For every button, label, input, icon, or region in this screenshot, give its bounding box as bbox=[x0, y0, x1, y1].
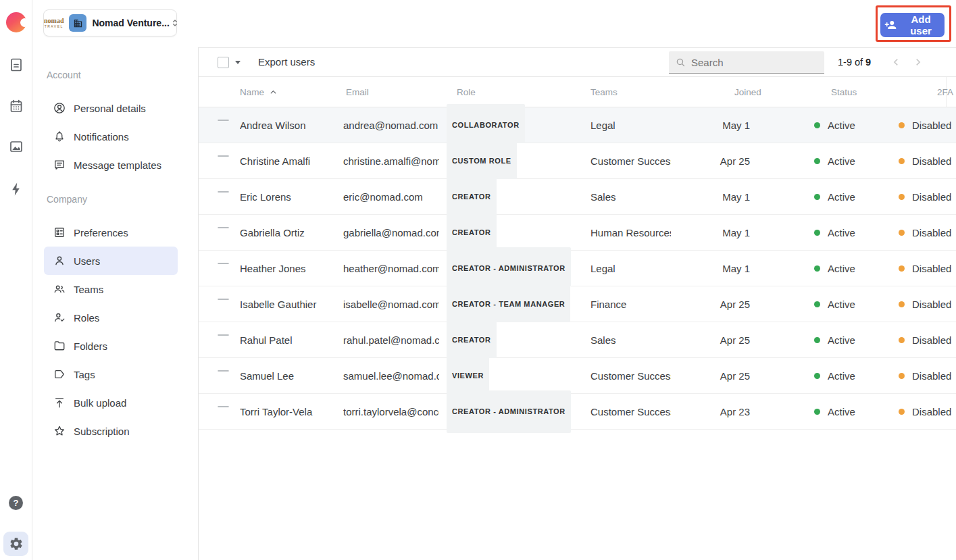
row-checkbox[interactable] bbox=[218, 191, 229, 193]
cell-role: CUSTOM ROLE bbox=[447, 143, 517, 179]
cell-joined: May 1 bbox=[682, 251, 750, 286]
row-checkbox[interactable] bbox=[218, 406, 229, 407]
sidebar-item-roles[interactable]: Roles bbox=[44, 303, 178, 332]
cell-email: rahul.patel@nomad.com bbox=[343, 322, 439, 358]
cell-2fa: Disabled bbox=[899, 215, 951, 251]
add-user-button[interactable]: Add user bbox=[880, 13, 945, 37]
table-row[interactable]: Andrea Wilsonandrea@nomad.comCOLLABORATO… bbox=[199, 107, 956, 143]
row-checkbox[interactable] bbox=[218, 263, 229, 264]
status-label: Active bbox=[828, 394, 855, 430]
cell-role: VIEWER bbox=[447, 358, 489, 394]
sidebar-item-folders[interactable]: Folders bbox=[44, 332, 178, 360]
chat-icon bbox=[53, 158, 66, 172]
twofa-label: Disabled bbox=[912, 215, 951, 251]
sidebar-item-label: Folders bbox=[74, 340, 107, 352]
export-users-button[interactable]: Export users bbox=[258, 48, 315, 76]
twofa-label: Disabled bbox=[912, 107, 951, 143]
cell-status: Active bbox=[814, 358, 855, 394]
sidebar-item-preferences[interactable]: Preferences bbox=[44, 218, 178, 247]
column-header-name[interactable]: Name bbox=[240, 77, 278, 107]
cell-status: Active bbox=[814, 107, 855, 143]
calendar-icon[interactable] bbox=[8, 98, 24, 114]
cell-joined: Apr 25 bbox=[682, 322, 750, 358]
column-header-email[interactable]: Email bbox=[346, 77, 369, 107]
table-row[interactable]: Samuel Leesamuel.lee@nomad.comVIEWERCust… bbox=[199, 358, 956, 394]
cell-status: Active bbox=[814, 322, 855, 358]
person-check-icon bbox=[53, 311, 66, 324]
table-row[interactable]: Isabelle Gauthierisabelle@nomad.comCREAT… bbox=[199, 286, 956, 322]
cell-joined: Apr 25 bbox=[682, 358, 750, 394]
previous-page-icon[interactable] bbox=[889, 55, 903, 69]
row-checkbox[interactable] bbox=[218, 334, 229, 336]
cell-email: gabriella@nomad.com bbox=[343, 215, 439, 251]
sidebar-item-subscription[interactable]: Subscription bbox=[44, 417, 178, 445]
cell-name: Isabelle Gauthier bbox=[240, 286, 341, 322]
table-row[interactable]: Christine Amalfichristine.amalfi@nomad.c… bbox=[199, 143, 956, 179]
sidebar-item-bulk-upload[interactable]: Bulk upload bbox=[44, 388, 178, 417]
cell-role: CREATOR bbox=[447, 215, 497, 251]
workspace-selector[interactable]: nomad TRAVEL Nomad Venture... bbox=[43, 9, 177, 36]
twofa-disabled-dot bbox=[899, 337, 905, 343]
cell-name: Rahul Patel bbox=[240, 322, 341, 358]
twofa-disabled-dot bbox=[899, 265, 905, 272]
status-label: Active bbox=[828, 358, 855, 394]
table-row[interactable]: Torri Taylor-Velatorri.taylorvela@concor… bbox=[199, 394, 956, 430]
cell-teams: Sales bbox=[590, 322, 671, 358]
search-input[interactable] bbox=[669, 51, 824, 74]
column-header-status[interactable]: Status bbox=[831, 77, 857, 107]
select-dropdown-caret-icon[interactable] bbox=[235, 61, 241, 64]
role-badge: CREATOR - ADMINISTRATOR bbox=[447, 390, 571, 433]
row-checkbox[interactable] bbox=[218, 120, 229, 121]
row-checkbox[interactable] bbox=[218, 155, 229, 157]
sidebar-item-teams[interactable]: Teams bbox=[44, 275, 178, 303]
cell-teams: Legal bbox=[590, 107, 671, 143]
tag-icon bbox=[53, 367, 66, 381]
cell-teams: Customer Success bbox=[590, 143, 671, 179]
group-icon bbox=[53, 282, 66, 296]
column-header-role[interactable]: Role bbox=[457, 77, 476, 107]
next-page-icon[interactable] bbox=[911, 55, 925, 69]
cell-role: CREATOR bbox=[447, 322, 497, 358]
bolt-icon[interactable] bbox=[8, 181, 24, 197]
sidebar-item-label: Bulk upload bbox=[74, 397, 126, 409]
status-label: Active bbox=[828, 143, 855, 179]
column-header-2fa[interactable]: 2FA bbox=[937, 77, 953, 107]
image-icon[interactable] bbox=[8, 138, 24, 155]
column-header-joined[interactable]: Joined bbox=[734, 77, 761, 107]
sidebar-item-label: Notifications bbox=[74, 131, 129, 143]
cell-email: heather@nomad.com bbox=[343, 251, 439, 286]
column-header-teams[interactable]: Teams bbox=[590, 77, 618, 107]
help-icon[interactable]: ? bbox=[9, 496, 23, 510]
sidebar-item-tags[interactable]: Tags bbox=[44, 360, 178, 388]
sidebar-item-message-templates[interactable]: Message templates bbox=[44, 151, 178, 179]
cell-email: christine.amalfi@nomad.com bbox=[343, 143, 439, 179]
row-checkbox[interactable] bbox=[218, 227, 229, 228]
cell-name: Andrea Wilson bbox=[240, 107, 341, 143]
cell-email: torri.taylorvela@concor bbox=[343, 394, 439, 430]
row-checkbox[interactable] bbox=[218, 299, 229, 300]
cell-joined: Apr 23 bbox=[682, 394, 750, 430]
twofa-label: Disabled bbox=[912, 394, 951, 430]
section-label-account: Account bbox=[47, 70, 198, 81]
twofa-label: Disabled bbox=[912, 251, 951, 286]
table-row[interactable]: Heather Jonesheather@nomad.comCREATOR - … bbox=[199, 251, 956, 286]
twofa-disabled-dot bbox=[899, 230, 905, 236]
document-icon[interactable] bbox=[8, 57, 24, 73]
select-all-checkbox[interactable] bbox=[218, 57, 229, 68]
status-active-dot bbox=[814, 265, 820, 272]
table-row[interactable]: Eric Lorenseric@nomad.comCREATORSalesMay… bbox=[199, 179, 956, 215]
workspace-name: Nomad Venture... bbox=[92, 18, 169, 28]
sidebar-item-notifications[interactable]: Notifications bbox=[44, 122, 178, 151]
table-row[interactable]: Rahul Patelrahul.patel@nomad.comCREATORS… bbox=[199, 322, 956, 358]
table-row[interactable]: Gabriella Ortizgabriella@nomad.comCREATO… bbox=[199, 215, 956, 251]
sidebar-item-users[interactable]: Users bbox=[44, 247, 178, 275]
sidebar-item-personal-details[interactable]: Personal details bbox=[44, 94, 178, 122]
settings-icon[interactable] bbox=[3, 532, 28, 556]
pagination-label: 1-9 of9 bbox=[838, 48, 871, 76]
cell-teams: Human Resources bbox=[590, 215, 671, 251]
app-logo-icon[interactable] bbox=[6, 12, 26, 32]
cell-status: Active bbox=[814, 251, 855, 286]
icon-rail: ? bbox=[0, 0, 32, 560]
sidebar-item-label: Users bbox=[74, 255, 100, 267]
row-checkbox[interactable] bbox=[218, 370, 229, 372]
